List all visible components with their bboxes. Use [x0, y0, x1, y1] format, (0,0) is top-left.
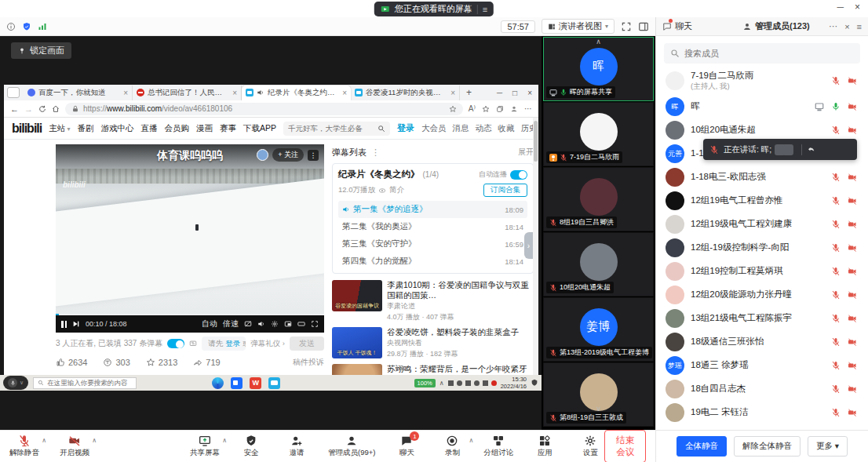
fullscreen-icon[interactable] — [621, 21, 632, 32]
quality-button[interactable]: 自动 — [202, 318, 217, 329]
tab-actions-icon[interactable] — [7, 87, 20, 98]
unmute-all-button[interactable]: 解除全体静音 — [734, 436, 801, 457]
member-row[interactable]: 13组21级电气工程陈振宇 — [656, 307, 868, 330]
camera-off-icon[interactable] — [848, 220, 857, 229]
security-shield-icon[interactable] — [22, 22, 31, 31]
lock-view-button[interactable]: 锁定画面 — [11, 42, 71, 59]
banner-menu-icon[interactable]: ≡ — [477, 5, 487, 14]
share-button[interactable]: 719 — [193, 358, 220, 367]
end-meeting-button[interactable]: 结束会议 — [604, 430, 646, 462]
member-row[interactable]: 晖 晖 — [656, 95, 868, 118]
usernav-link[interactable]: 大会员 — [421, 123, 447, 134]
member-searchbox[interactable] — [664, 43, 860, 64]
danmaku-input[interactable]: 请先 登录 或 注册 — [202, 336, 246, 351]
danmaku-block-icon[interactable] — [244, 320, 252, 328]
meeting-floating-mic-widget[interactable]: ∨ — [3, 376, 28, 390]
browser-settings-icon[interactable]: ⋯ — [524, 104, 532, 113]
video-options-caret[interactable]: ∧ — [92, 437, 97, 444]
mic-muted-icon[interactable] — [831, 314, 841, 323]
player-more-icon[interactable]: ⋮ — [308, 150, 319, 161]
invite-button[interactable]: 邀请 — [283, 435, 311, 458]
camera-off-icon[interactable] — [848, 361, 857, 370]
camera-off-icon[interactable] — [848, 126, 857, 135]
share-options-caret[interactable]: ∧ — [222, 437, 227, 444]
camera-off-icon[interactable] — [848, 337, 857, 347]
audio-options-caret[interactable]: ∧ — [42, 437, 46, 444]
mic-muted-icon[interactable] — [831, 243, 841, 253]
forward-icon[interactable]: → — [24, 104, 33, 114]
new-tab-button[interactable]: + — [466, 87, 472, 98]
camera-off-icon[interactable] — [848, 76, 857, 85]
record-options-caret[interactable]: ∧ — [469, 437, 474, 444]
autoplay-toggle[interactable] — [510, 170, 527, 180]
mic-muted-icon[interactable] — [831, 384, 841, 394]
search-icon[interactable] — [377, 125, 385, 133]
danmaku-list-menu-icon[interactable]: ⋮ — [371, 147, 380, 158]
minimize-button[interactable]: ─ — [837, 2, 844, 13]
nav-link[interactable]: 游戏中心 — [100, 123, 133, 134]
browser-tab-bilibili-active[interactable]: 纪录片《冬奥之约》第一集× — [242, 85, 351, 100]
nav-link[interactable]: 漫画 — [196, 123, 213, 134]
bilibili-searchbox[interactable] — [283, 122, 390, 136]
camera-off-icon[interactable] — [848, 173, 857, 182]
taskbar-search-input[interactable] — [47, 379, 129, 387]
speed-button[interactable]: 倍速 — [223, 318, 239, 329]
member-search-input[interactable] — [684, 49, 841, 58]
sidebar-collapse-handle[interactable]: › — [524, 232, 533, 259]
collections-icon[interactable] — [496, 105, 504, 113]
unmute-button[interactable]: 解除静音∧ — [9, 435, 39, 458]
mic-muted-icon[interactable] — [831, 361, 841, 370]
collection-intro-link[interactable]: 简介 — [389, 185, 404, 195]
member-row[interactable]: 18级通信三班张怡 — [656, 330, 868, 354]
favorites-icon[interactable] — [482, 105, 490, 113]
member-row[interactable]: 12组19控制工程莫炳琪 — [656, 260, 868, 283]
bilibili-search-input[interactable] — [288, 124, 374, 133]
profile-avatar-icon[interactable] — [510, 105, 518, 113]
watching-banner[interactable]: 您正在观看晖的屏幕 ≡ — [374, 2, 494, 16]
back-icon[interactable]: ← — [10, 104, 19, 114]
progress-bar[interactable] — [56, 314, 324, 315]
member-row[interactable]: 12组19电气工程曾亦惟 — [656, 189, 868, 213]
more-button[interactable]: 更多 ▾ — [808, 436, 848, 457]
taskbar-edge-icon[interactable] — [212, 377, 224, 389]
mic-muted-icon[interactable] — [831, 290, 841, 300]
mute-all-button[interactable]: 全体静音 — [677, 436, 727, 457]
apps-button[interactable]: 应用 — [531, 435, 559, 458]
info-icon[interactable] — [6, 22, 16, 31]
reply-arrow-icon[interactable] — [807, 145, 816, 155]
volume-icon[interactable] — [257, 320, 265, 328]
network-signal-icon[interactable] — [38, 22, 47, 31]
mic-muted-icon[interactable] — [831, 173, 841, 182]
tab-manage-members[interactable]: 管理成员(123) — [742, 20, 810, 32]
view-mode-dropdown[interactable]: 演讲者视图▾ — [542, 19, 615, 34]
follow-button[interactable]: + 关注 — [272, 148, 304, 162]
recommended-thumbnail[interactable]: 谷爱凌的国籍争议 — [332, 280, 382, 311]
taskbar-bilibili-icon[interactable] — [268, 377, 280, 389]
taskbar-clock[interactable]: 15:302022/4/16 — [501, 376, 527, 390]
report-link[interactable]: 稿件投诉 — [293, 357, 324, 368]
danmaku-settings-icon[interactable] — [189, 340, 197, 347]
member-row[interactable]: 梦瑶 18通三 徐梦瑶 — [656, 354, 868, 377]
mic-on-icon[interactable] — [831, 102, 841, 111]
episode-item[interactable]: 第四集《力的觉醒》 18:14 — [338, 253, 527, 270]
send-danmaku-button[interactable]: 发送 — [290, 336, 324, 351]
breakout-rooms-button[interactable]: 分组讨论 — [483, 435, 513, 458]
video-tile[interactable]: 10组20电通朱超 — [543, 232, 654, 296]
page-scrollbar[interactable] — [533, 118, 538, 375]
camera-off-icon[interactable] — [848, 243, 857, 253]
pip-icon[interactable] — [284, 320, 292, 328]
camera-off-icon[interactable] — [848, 196, 857, 206]
camera-off-icon[interactable] — [848, 267, 857, 276]
mic-muted-icon[interactable] — [831, 337, 841, 347]
browser-minimize-icon[interactable]: ─ — [497, 89, 502, 97]
recommended-thumbnail[interactable]: 干饭人 干饭魂！ — [332, 327, 382, 358]
danmaku-list-expand[interactable]: 展开 — [518, 147, 534, 158]
video-player[interactable]: bilibili 体育课呜呜呜 + 关注 ⋮ — [56, 144, 324, 333]
danmaku-etiquette-link[interactable]: 弹幕礼仪 › — [250, 339, 285, 349]
member-row[interactable]: 7-19自二马欣雨 (主持人, 我) — [656, 67, 868, 95]
bookmark-star-icon[interactable] — [449, 105, 457, 113]
panel-close-icon[interactable]: × — [844, 22, 849, 31]
battery-indicator[interactable]: 100% — [414, 379, 436, 387]
member-row[interactable]: 12组-19级控制科学-向阳 — [656, 236, 868, 260]
episode-item[interactable]: 第二集《我的奥运》 18:14 — [338, 218, 527, 235]
